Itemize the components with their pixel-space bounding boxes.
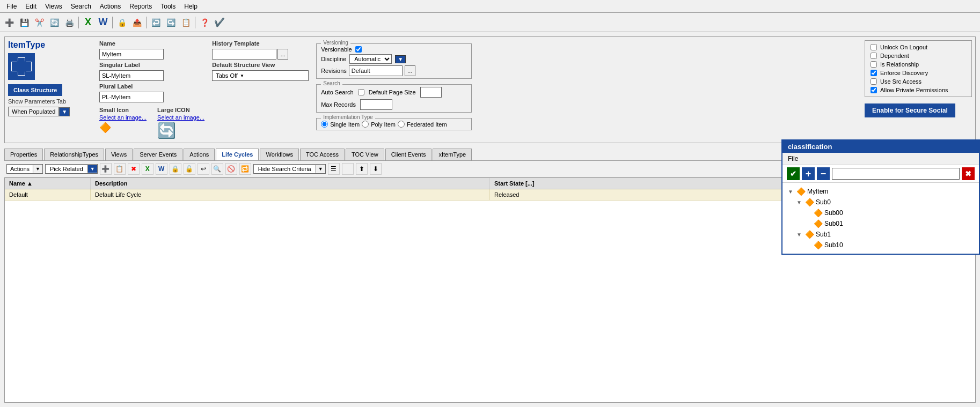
- export-excel-btn[interactable]: X: [142, 163, 153, 175]
- tab-toc-view[interactable]: TOC View: [346, 149, 384, 160]
- default-page-size-input[interactable]: [420, 87, 442, 98]
- tab-views[interactable]: Views: [105, 149, 133, 160]
- tab-relationship-types[interactable]: RelationshipTypes: [44, 149, 104, 160]
- tab-client-events[interactable]: Client Events: [385, 149, 432, 160]
- tab-xitemtype[interactable]: xItemType: [433, 149, 472, 160]
- hide-search-arrow-icon[interactable]: ▼: [316, 165, 325, 173]
- tree-item-myitem[interactable]: ▼ 🔶 MyItem: [788, 186, 974, 197]
- unlock-logout-checkbox[interactable]: [871, 44, 877, 50]
- auto-search-checkbox[interactable]: [358, 89, 364, 95]
- menu-views[interactable]: Views: [41, 2, 67, 11]
- outdent-btn[interactable]: ⬇: [370, 163, 382, 175]
- tab-server-events[interactable]: Server Events: [134, 149, 182, 160]
- history-browse-btn[interactable]: …: [277, 49, 288, 60]
- plural-input[interactable]: [99, 92, 164, 102]
- default-struct-label: Default Structure View: [212, 62, 309, 68]
- revisions-browse-btn[interactable]: …: [405, 65, 415, 76]
- classification-panel: classification File ✔ + − ✖ ▼ 🔶 MyItem ▼…: [781, 139, 980, 255]
- menu-reports[interactable]: Reports: [125, 2, 156, 11]
- reset-btn[interactable]: 🔁: [239, 163, 251, 175]
- when-populated-value[interactable]: When Populated: [8, 107, 59, 116]
- menu-edit[interactable]: Edit: [21, 2, 41, 11]
- class-confirm-btn[interactable]: ✔: [787, 167, 800, 180]
- copy-row-btn[interactable]: 📋: [114, 163, 126, 175]
- max-records-input[interactable]: [360, 99, 392, 110]
- toolbar-help[interactable]: ❓: [198, 16, 211, 29]
- export-word-btn[interactable]: W: [156, 163, 167, 175]
- add-row-btn[interactable]: ➕: [100, 163, 112, 175]
- large-icon-link[interactable]: Select an image...: [157, 114, 204, 121]
- toolbar-sep4: [195, 17, 195, 28]
- versionable-label: Versionable: [321, 46, 352, 53]
- discipline-select[interactable]: Automatic: [349, 54, 392, 64]
- actions-label[interactable]: Actions: [7, 165, 33, 173]
- search-btn[interactable]: 🔍: [211, 163, 223, 175]
- tab-toc-access[interactable]: TOC Access: [300, 149, 345, 160]
- federated-item-radio[interactable]: [398, 121, 405, 128]
- tab-actions[interactable]: Actions: [184, 149, 215, 160]
- when-populated-arrow[interactable]: ▼: [59, 107, 70, 116]
- actions-arrow-icon[interactable]: ▼: [33, 165, 42, 173]
- revisions-input[interactable]: [349, 65, 403, 76]
- empty-btn[interactable]: [342, 163, 354, 175]
- is-relationship-checkbox[interactable]: [871, 61, 877, 68]
- singular-input[interactable]: [99, 70, 164, 81]
- undo-btn[interactable]: ↩: [198, 163, 209, 175]
- toolbar-undo[interactable]: ↩️: [149, 16, 163, 29]
- toolbar-refresh[interactable]: 🔄: [47, 16, 61, 29]
- class-remove-btn[interactable]: −: [817, 167, 830, 180]
- enforce-discovery-checkbox[interactable]: [871, 70, 877, 76]
- toolbar-unlock[interactable]: 📤: [130, 16, 144, 29]
- menu-actions[interactable]: Actions: [96, 2, 125, 11]
- grid-view-btn[interactable]: ☰: [328, 163, 340, 175]
- toolbar-copy[interactable]: 📋: [179, 16, 193, 29]
- menu-file[interactable]: File: [2, 2, 21, 11]
- default-struct-dropdown[interactable]: Tabs Off ▼: [212, 70, 309, 81]
- single-item-radio[interactable]: [321, 121, 328, 128]
- toolbar-save[interactable]: 💾: [17, 16, 31, 29]
- tree-item-sub1[interactable]: ▼ 🔶 Sub1: [796, 229, 974, 240]
- tree-item-sub01[interactable]: ▶ 🔶 Sub01: [805, 218, 974, 229]
- tab-properties[interactable]: Properties: [4, 149, 43, 160]
- tree-item-sub10[interactable]: ▶ 🔶 Sub10: [805, 240, 974, 250]
- toolbar-check[interactable]: ✔️: [213, 16, 226, 29]
- tab-life-cycles[interactable]: Life Cycles: [216, 149, 259, 160]
- toolbar-redo[interactable]: ↪️: [164, 16, 178, 29]
- delete-row-btn[interactable]: ✖: [128, 163, 140, 175]
- unlock-btn[interactable]: 🔓: [184, 163, 195, 175]
- name-input[interactable]: [99, 49, 164, 60]
- menu-tools[interactable]: Tools: [156, 2, 180, 11]
- menu-help[interactable]: Help: [180, 2, 202, 11]
- use-src-access-checkbox[interactable]: [871, 78, 877, 85]
- itemtype-icon: [8, 53, 35, 80]
- enable-social-button[interactable]: Enable for Secure Social: [865, 103, 955, 117]
- lock-btn[interactable]: 🔒: [170, 163, 181, 175]
- discipline-row: Discipline Automatic ▼: [321, 54, 467, 64]
- class-add-btn[interactable]: +: [802, 167, 815, 180]
- menu-search[interactable]: Search: [67, 2, 96, 11]
- history-input[interactable]: [212, 49, 276, 60]
- allow-private-checkbox[interactable]: [871, 87, 877, 93]
- clear-btn[interactable]: 🚫: [225, 163, 237, 175]
- poly-item-radio[interactable]: [362, 121, 369, 128]
- tree-item-sub0[interactable]: ▼ 🔶 Sub0: [796, 197, 974, 208]
- toolbar-cut[interactable]: ✂️: [32, 16, 46, 29]
- discipline-dropdown-btn[interactable]: ▼: [395, 55, 406, 63]
- pick-related-arrow-icon[interactable]: ▼: [87, 165, 97, 173]
- toolbar-excel[interactable]: X: [81, 16, 95, 29]
- dependent-checkbox[interactable]: [871, 53, 877, 59]
- tab-workflows[interactable]: Workflows: [260, 149, 299, 160]
- hide-search-label[interactable]: Hide Search Criteria: [254, 165, 316, 173]
- toolbar-word[interactable]: W: [96, 16, 110, 29]
- class-cancel-btn[interactable]: ✖: [962, 167, 975, 180]
- indent-btn[interactable]: ⬆: [356, 163, 368, 175]
- pick-related-label[interactable]: Pick Related: [46, 165, 87, 173]
- toolbar-print[interactable]: 🖨️: [62, 16, 76, 29]
- toolbar-add[interactable]: ➕: [2, 16, 16, 29]
- tree-item-sub00[interactable]: ▶ 🔶 Sub00: [805, 208, 974, 218]
- versionable-checkbox[interactable]: [355, 46, 362, 53]
- class-structure-button[interactable]: Class Structure: [8, 84, 62, 96]
- class-search-input[interactable]: [832, 168, 960, 180]
- small-icon-link[interactable]: Select an image...: [99, 114, 147, 121]
- toolbar-lock[interactable]: 🔒: [115, 16, 129, 29]
